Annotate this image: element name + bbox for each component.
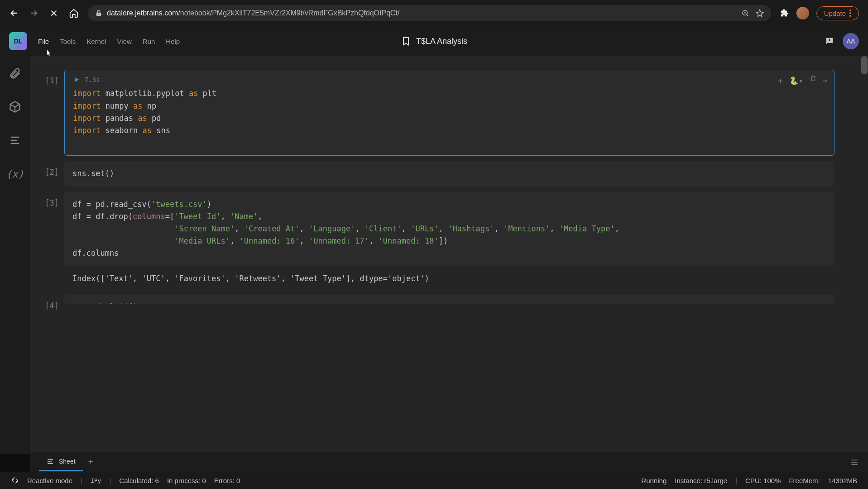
- code-content[interactable]: df = pd.read_csv('tweets.csv')df = df.dr…: [72, 198, 826, 260]
- status-bar: Reactive mode | IPy | Calculated: 6 In p…: [0, 472, 868, 489]
- bookmark-icon[interactable]: [401, 36, 411, 46]
- svg-rect-5: [829, 39, 830, 40]
- profile-avatar[interactable]: [796, 7, 809, 19]
- cell-number: [4]: [43, 295, 64, 310]
- sheet-bar: Sheet +: [30, 452, 868, 472]
- menu-run[interactable]: Run: [143, 38, 155, 45]
- add-cell-icon[interactable]: +: [778, 75, 782, 87]
- sheet-tab[interactable]: Sheet: [39, 453, 83, 471]
- url-host: datalore.jetbrains.com/notebook/PMg2kXil…: [107, 9, 400, 17]
- status-cpu: CPU: 100%: [745, 477, 781, 484]
- forward-icon[interactable]: [29, 8, 39, 18]
- menu-view[interactable]: View: [117, 38, 132, 45]
- svg-point-1: [849, 10, 851, 11]
- lock-icon: [95, 10, 102, 17]
- code-cell[interactable]: sns.set(): [64, 161, 834, 186]
- extensions-icon[interactable]: [780, 9, 789, 18]
- chat-icon[interactable]: [825, 36, 834, 46]
- add-sheet-button[interactable]: +: [88, 457, 94, 467]
- cell-number: [3]: [43, 192, 64, 266]
- exec-time: 7.3s: [85, 75, 100, 85]
- zoom-icon[interactable]: [741, 9, 749, 17]
- menu-help[interactable]: Help: [166, 38, 180, 45]
- code-cell[interactable]: 7.3s + 🐍▾ ⋯ import matplotlib.pyplot as …: [64, 70, 834, 156]
- sheet-tab-label: Sheet: [59, 458, 76, 465]
- code-content[interactable]: import matplotlib.pyplot as pltimport nu…: [73, 87, 826, 149]
- status-inprocess: In process: 0: [167, 477, 206, 484]
- sheet-icon: [46, 457, 54, 465]
- svg-point-3: [849, 15, 851, 17]
- star-icon[interactable]: [756, 9, 764, 17]
- variables-icon[interactable]: (x): [9, 168, 21, 180]
- kebab-icon: [849, 10, 851, 17]
- trash-icon[interactable]: [810, 75, 817, 82]
- status-mode[interactable]: Reactive mode: [27, 477, 72, 484]
- home-icon[interactable]: [69, 8, 79, 18]
- cell-row: [4] # randomly(df): [43, 295, 845, 310]
- cell-output: Index(['Text', 'UTC', 'Favorites', 'Retw…: [64, 268, 812, 289]
- scrollbar[interactable]: [861, 56, 868, 74]
- cell-number: [1]: [43, 70, 64, 156]
- cell-number: [2]: [43, 161, 64, 186]
- menu-bar: File Tools Kernel View Run Help: [38, 38, 180, 45]
- toc-icon[interactable]: [9, 134, 21, 147]
- run-icon[interactable]: [73, 76, 80, 83]
- code-content[interactable]: # randomly(df): [72, 301, 826, 304]
- svg-point-2: [849, 12, 851, 14]
- cell-type-icon[interactable]: 🐍▾: [789, 75, 803, 87]
- update-button[interactable]: Update: [816, 6, 859, 20]
- status-freemem-label: FreeMem:: [789, 477, 820, 484]
- status-freemem-val: 14392MB: [828, 477, 857, 484]
- app-logo[interactable]: DL: [9, 32, 27, 50]
- cell-row: [1] 7.3s + 🐍▾ ⋯ import matplotlib.pyplot…: [43, 70, 845, 156]
- code-cell[interactable]: df = pd.read_csv('tweets.csv')df = df.dr…: [64, 192, 834, 266]
- left-sidebar: (x): [0, 56, 30, 454]
- sheet-menu-icon[interactable]: [850, 458, 859, 467]
- package-icon[interactable]: [9, 101, 21, 113]
- browser-toolbar: datalore.jetbrains.com/notebook/PMg2kXil…: [0, 0, 868, 26]
- app-header: DL File Tools Kernel View Run Help T$LA …: [0, 26, 868, 56]
- menu-kernel[interactable]: Kernel: [86, 38, 106, 45]
- menu-file[interactable]: File: [38, 38, 49, 45]
- status-kernel[interactable]: IPy: [91, 477, 101, 484]
- cell-actions: + 🐍▾ ⋯: [778, 75, 828, 87]
- status-instance: Instance: r5.large: [675, 477, 727, 484]
- notebook-area[interactable]: [1] 7.3s + 🐍▾ ⋯ import matplotlib.pyplot…: [30, 56, 868, 454]
- code-content[interactable]: sns.set(): [72, 168, 826, 180]
- status-running: Running: [641, 477, 667, 484]
- notebook-title[interactable]: T$LA Analysis: [416, 37, 467, 46]
- url-bar[interactable]: datalore.jetbrains.com/notebook/PMg2kXil…: [88, 5, 771, 21]
- cell-row: [2] sns.set(): [43, 161, 845, 186]
- status-errors: Errors: 0: [214, 477, 240, 484]
- stop-icon[interactable]: [49, 8, 59, 18]
- reactive-icon[interactable]: [11, 476, 19, 484]
- code-cell[interactable]: # randomly(df): [64, 295, 834, 304]
- more-icon[interactable]: ⋯: [823, 75, 828, 87]
- back-icon[interactable]: [9, 8, 19, 18]
- attach-icon[interactable]: [9, 67, 21, 80]
- status-calculated: Calculated: 6: [119, 477, 159, 484]
- user-avatar[interactable]: AA: [843, 33, 859, 49]
- notebook-title-area: T$LA Analysis: [401, 36, 467, 46]
- menu-tools[interactable]: Tools: [60, 38, 76, 45]
- cell-row: [3] df = pd.read_csv('tweets.csv')df = d…: [43, 192, 845, 266]
